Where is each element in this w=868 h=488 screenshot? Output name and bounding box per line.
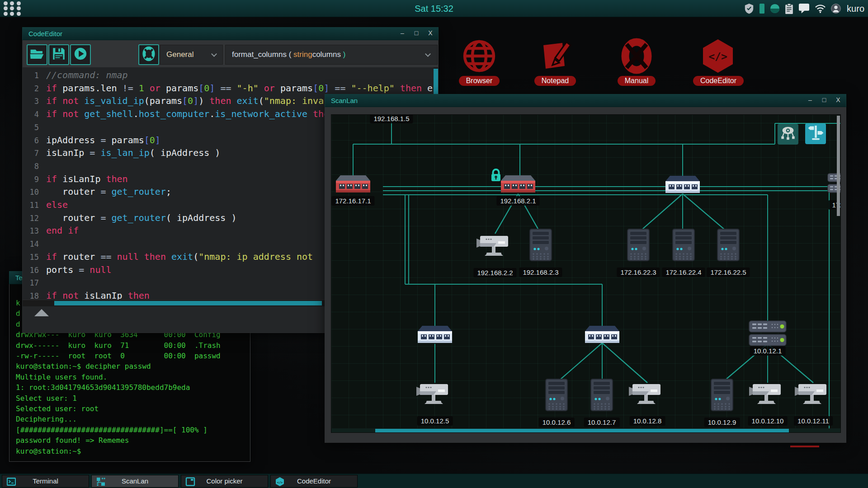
code-line: 16ports = null <box>23 264 112 277</box>
clock: Sat 15:32 <box>0 0 868 17</box>
network-node-192.168.2.2[interactable] <box>476 233 514 260</box>
shield-check-icon[interactable] <box>744 3 754 14</box>
network-node-10.0.12.1[interactable] <box>749 320 787 347</box>
terminal-line: 1: root:3d041794653d9041395780bedd7b9eda <box>16 383 190 392</box>
codeeditor-toolbar: General format_columns ( stringcolumns ) <box>23 40 438 67</box>
bot-tool-button[interactable] <box>778 124 798 145</box>
codeeditor-title: CodeEditor <box>28 30 62 38</box>
topbar: Sat 15:32 kuro <box>0 0 868 17</box>
map-hscrollbar-thumb[interactable] <box>375 429 789 433</box>
battery-icon[interactable] <box>759 3 765 14</box>
network-node-10.0.12.10[interactable] <box>749 381 786 408</box>
network-node-switch-blue[interactable] <box>585 325 619 346</box>
clipboard-icon[interactable] <box>785 3 793 14</box>
pc-icon <box>529 255 552 263</box>
lifering-icon <box>618 38 655 74</box>
network-node-10.0.12.8[interactable] <box>629 381 666 408</box>
code-line: 18if not isLanIp then <box>23 290 150 300</box>
signature-dropdown[interactable]: format_columns ( stringcolumns ) <box>225 45 438 65</box>
maximize-button[interactable]: □ <box>413 29 420 37</box>
run-script-button[interactable] <box>70 44 91 65</box>
network-node-switch-blue[interactable] <box>665 175 700 196</box>
terminal-line: kuro@station:~$ decipher passwd <box>16 362 151 371</box>
code-hscrollbar-thumb[interactable] <box>54 301 322 305</box>
network-node-10.0.12.6[interactable] <box>545 379 568 411</box>
close-button[interactable]: X <box>835 96 841 103</box>
open-file-button[interactable] <box>27 44 47 65</box>
taskbar-item-color-picker[interactable]: Color picker <box>181 475 268 488</box>
status-circle-icon[interactable] <box>770 4 780 14</box>
map-vscrollbar-thumb[interactable] <box>837 116 840 216</box>
network-node-label: 10.0.12.11 <box>794 416 833 426</box>
desktop-icon-manual[interactable]: Manual <box>612 38 661 86</box>
wifi-icon[interactable] <box>815 4 826 13</box>
minimize-button[interactable]: – <box>807 96 813 103</box>
switch-blue-icon <box>418 339 452 347</box>
help-button[interactable] <box>138 44 159 65</box>
close-button[interactable]: X <box>427 29 434 37</box>
code-line: 9if isLanIp then <box>23 174 128 187</box>
code-line: 17 <box>23 277 46 290</box>
desktop: BrowserNotepadManual</>CodeEditor Termin… <box>0 0 868 488</box>
notepad-icon <box>537 38 573 74</box>
codeeditor-titlebar[interactable]: CodeEditor – □ X <box>22 27 439 40</box>
taskbar-item-terminal[interactable]: Terminal <box>2 475 89 488</box>
terminal-line: Selected user: root <box>16 404 99 413</box>
switch-red-icon <box>501 189 535 197</box>
network-node-label: 192.168.2.2 <box>473 268 516 277</box>
network-node-label: 10.0.12.6 <box>539 418 575 427</box>
taskbar-item-codeeditor[interactable]: </>CodeEditor <box>270 475 358 488</box>
terminal-line: Deciphering... <box>16 415 77 423</box>
network-node-172.16.22.3[interactable] <box>627 229 650 261</box>
avatar-icon[interactable] <box>831 4 841 14</box>
code-line: 8 <box>23 160 46 174</box>
network-node-172.16.22.5[interactable] <box>717 229 740 261</box>
network-node-10.0.12.9[interactable] <box>711 379 733 411</box>
network-node-switch-blue[interactable] <box>418 325 452 346</box>
network-node-label: 192.168.2.1 <box>496 196 539 206</box>
network-node-10.0.12.7[interactable] <box>590 379 613 411</box>
network-node-172.16.17.1[interactable] <box>336 174 370 195</box>
code-line: 11else <box>23 199 68 212</box>
category-dropdown[interactable]: General <box>160 45 223 65</box>
system-tray: kuro <box>744 0 864 17</box>
network-node-10.0.12.5[interactable] <box>416 381 453 408</box>
network-node-192.168.2.3[interactable] <box>529 229 552 261</box>
pc-icon <box>672 255 695 263</box>
desktop-icon-codeeditor[interactable]: </>CodeEditor <box>693 38 743 86</box>
chevron-down-icon <box>211 51 217 57</box>
save-file-button[interactable] <box>48 44 69 65</box>
network-node-172.16.22.4[interactable] <box>672 229 695 261</box>
network-node-192.168.2.1[interactable] <box>501 174 535 195</box>
desktop-icon-browser[interactable]: Browser <box>454 38 504 86</box>
code-line: 13end if <box>23 225 79 238</box>
desktop-icon-notepad[interactable]: Notepad <box>530 38 580 86</box>
lifering-icon <box>141 46 156 63</box>
code-line: 3if not is_valid_ip(params[0]) then exit… <box>23 95 324 108</box>
taskbar-item-scanlan[interactable]: ScanLan <box>91 475 179 488</box>
desktop-icon-label: CodeEditor <box>693 76 744 86</box>
network-node-10.0.12.11[interactable] <box>795 381 832 408</box>
lock-icon <box>490 168 502 184</box>
network-node-label: 172.16.22.3 <box>617 267 660 277</box>
minimize-button[interactable]: – <box>399 29 406 37</box>
terminal-line: password found! => Rememes <box>16 436 129 445</box>
scanlan-titlebar[interactable]: ScanLan – □ X <box>325 94 846 107</box>
code-line: 6ipAddress = params[0] <box>23 135 160 148</box>
network-node-label: 10.0.12.8 <box>630 416 665 426</box>
code-line: 10 router = get_router; <box>23 186 171 199</box>
network-node-label: 172.16.17.1 <box>331 196 374 206</box>
code-line: 14 <box>23 238 46 251</box>
network-node-label: 10.0.12.7 <box>584 418 620 427</box>
maximize-button[interactable]: □ <box>821 96 827 103</box>
switch-blue-icon <box>665 189 700 197</box>
code-line: 5 <box>23 122 46 135</box>
bot-eye-icon <box>779 125 797 144</box>
globe-icon <box>461 38 497 74</box>
desktop-icon-label: Notepad <box>534 76 576 86</box>
expand-console-button[interactable] <box>34 309 49 316</box>
camera-icon <box>749 402 786 410</box>
chat-icon[interactable] <box>798 3 810 14</box>
network-map[interactable]: 192.168.1.5172.16.17.1192.168.2.1192.168… <box>331 114 841 433</box>
route-tool-button[interactable] <box>805 123 826 144</box>
